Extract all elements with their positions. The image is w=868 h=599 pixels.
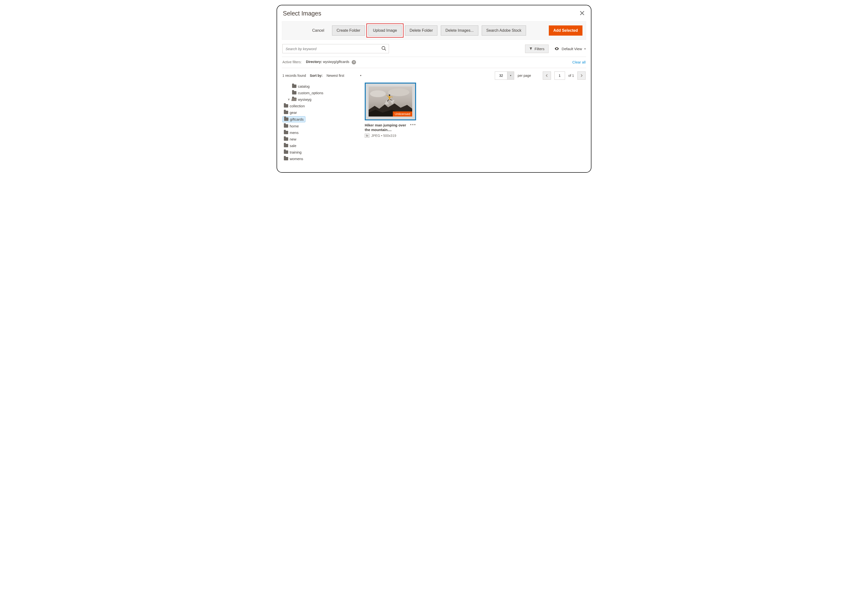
- more-actions-icon[interactable]: •••: [410, 122, 416, 127]
- tree-node-custom-options[interactable]: custom_options: [290, 90, 325, 96]
- folder-icon: [284, 111, 288, 114]
- records-found-label: 1 records found: [282, 74, 306, 78]
- upload-image-button[interactable]: Upload Image: [369, 26, 402, 36]
- per-page-label: per page: [517, 74, 531, 78]
- search-adobe-stock-button[interactable]: Search Adobe Stock: [482, 26, 526, 36]
- folder-icon: [284, 137, 288, 141]
- per-page-input[interactable]: [495, 71, 507, 80]
- next-page-button[interactable]: [578, 71, 586, 80]
- license-badge: Unlicensed: [393, 111, 412, 116]
- folder-icon: [284, 124, 288, 128]
- close-icon[interactable]: ✕: [579, 10, 585, 17]
- create-folder-button[interactable]: Create Folder: [332, 26, 365, 36]
- chevron-down-icon[interactable]: ∨: [287, 98, 290, 101]
- per-page-dropdown[interactable]: ▾: [507, 71, 514, 80]
- image-meta: JPEG • 500x319: [371, 134, 396, 138]
- sort-by-select[interactable]: Newest first ▾: [326, 74, 361, 78]
- delete-images-button[interactable]: Delete Images...: [441, 26, 478, 36]
- view-selector-label: Default View: [562, 47, 582, 51]
- view-selector[interactable]: Default View ▾: [554, 46, 586, 51]
- tree-node-wysiwyg[interactable]: wysiwyg: [290, 97, 313, 102]
- image-gallery: Unlicensed Hiker man jumping over the mo…: [365, 83, 586, 163]
- caret-down-icon: ▾: [360, 74, 361, 77]
- active-filters-bar: Active filters: Directory: wysiwyg/giftc…: [282, 57, 586, 67]
- sort-by-label: Sort by:: [310, 74, 323, 78]
- prev-page-button[interactable]: [543, 71, 551, 80]
- folder-icon: [284, 104, 288, 108]
- folder-icon: [292, 91, 296, 95]
- tree-node-collection[interactable]: collection: [282, 103, 306, 109]
- svg-line-1: [385, 49, 386, 51]
- tree-node-home[interactable]: home: [282, 123, 300, 129]
- cancel-button[interactable]: Cancel: [308, 26, 329, 35]
- active-filter-chip: Directory: wysiwyg/giftcards ✕: [306, 60, 356, 65]
- modal-title: Select Images: [283, 10, 321, 17]
- svg-point-4: [370, 90, 386, 97]
- tree-node-womens[interactable]: womens: [282, 156, 305, 161]
- active-filters-label: Active filters:: [282, 60, 301, 64]
- folder-icon: [284, 131, 288, 134]
- filters-button[interactable]: Filters: [525, 45, 549, 53]
- funnel-icon: [529, 47, 533, 50]
- tree-node-new[interactable]: new: [282, 136, 298, 142]
- search-input[interactable]: [282, 44, 389, 53]
- action-toolbar: Cancel Create Folder Upload Image Delete…: [282, 21, 586, 40]
- tree-node-training[interactable]: training: [282, 149, 303, 155]
- image-card[interactable]: Unlicensed Hiker man jumping over the mo…: [365, 83, 416, 138]
- search-icon[interactable]: [381, 46, 387, 51]
- remove-filter-icon[interactable]: ✕: [352, 60, 356, 65]
- folder-icon: [284, 157, 288, 160]
- folder-open-icon: [292, 98, 296, 101]
- page-of-label: of 1: [569, 74, 574, 78]
- image-thumbnail: Unlicensed: [365, 83, 416, 120]
- svg-point-6: [389, 95, 390, 96]
- folder-icon: [292, 84, 296, 88]
- add-selected-button[interactable]: Add Selected: [549, 26, 582, 36]
- folder-tree: catalog custom_options ∨ wysiwyg: [282, 83, 355, 163]
- clear-all-link[interactable]: Clear all: [572, 60, 586, 64]
- folder-icon: [284, 117, 289, 121]
- eye-icon: [554, 46, 559, 51]
- svg-point-0: [382, 47, 385, 50]
- delete-folder-button[interactable]: Delete Folder: [405, 26, 438, 36]
- svg-point-2: [556, 48, 557, 49]
- stock-badge: St: [365, 134, 369, 138]
- page-input[interactable]: [554, 71, 565, 80]
- filters-button-label: Filters: [534, 47, 545, 51]
- svg-point-5: [388, 89, 409, 96]
- folder-icon: [284, 144, 288, 147]
- tree-node-mens[interactable]: mens: [282, 130, 300, 135]
- select-images-modal: Select Images ✕ Cancel Create Folder Upl…: [277, 5, 591, 173]
- image-title: Hiker man jumping over the mountain....: [365, 123, 406, 132]
- folder-icon: [284, 151, 288, 154]
- tree-node-gear[interactable]: gear: [282, 110, 298, 115]
- pagination: ▾ per page of 1: [495, 71, 586, 80]
- tree-node-sale[interactable]: sale: [282, 143, 298, 149]
- tree-node-giftcards[interactable]: giftcards: [282, 116, 305, 122]
- caret-down-icon: ▾: [584, 47, 586, 50]
- tree-node-catalog[interactable]: catalog: [290, 84, 311, 89]
